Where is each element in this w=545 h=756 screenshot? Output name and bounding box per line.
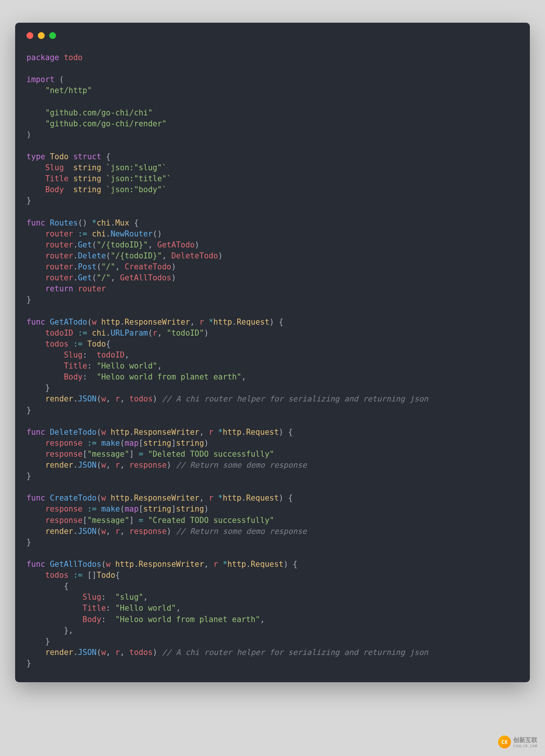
func-deletetodo: DeleteTodo <box>50 428 97 437</box>
code-block: package todo import ( "net/http" "github… <box>26 52 519 669</box>
watermark-subtext: CXHLCN.COM <box>513 744 537 748</box>
import-net-http: "net/http" <box>45 86 92 95</box>
watermark: CX 创新互联 CXHLCN.COM <box>498 736 537 748</box>
comment: // Return some demo response <box>176 527 307 536</box>
close-dot-icon[interactable] <box>26 32 33 39</box>
field-title: Title <box>45 174 69 183</box>
field-slug: Slug <box>45 163 64 172</box>
func-getatodo: GetATodo <box>50 317 87 327</box>
code-window: package todo import ( "net/http" "github… <box>15 23 530 682</box>
maximize-dot-icon[interactable] <box>49 32 56 39</box>
keyword-import: import <box>26 75 54 84</box>
type-todo: Todo <box>50 152 69 161</box>
minimize-dot-icon[interactable] <box>38 32 45 39</box>
watermark-logo-icon: CX <box>498 736 511 748</box>
func-routes: Routes <box>50 218 78 227</box>
comment: // A chi router helper for serializing a… <box>162 394 428 403</box>
watermark-text: 创新互联 <box>513 736 537 744</box>
import-chi: "github.com/go-chi/chi" <box>45 108 153 117</box>
field-body: Body <box>45 185 64 194</box>
keyword-type: type <box>26 152 45 161</box>
comment: // Return some demo response <box>176 460 307 470</box>
keyword-struct: struct <box>73 152 101 161</box>
comment: // A chi router helper for serializing a… <box>162 648 428 657</box>
import-render: "github.com/go-chi/render" <box>45 119 167 128</box>
keyword-package: package <box>26 53 59 62</box>
func-getalltodos: GetAllTodos <box>50 560 101 569</box>
func-createtodo: CreateTodo <box>50 493 97 502</box>
window-titlebar <box>26 32 519 39</box>
package-name: todo <box>64 53 83 62</box>
